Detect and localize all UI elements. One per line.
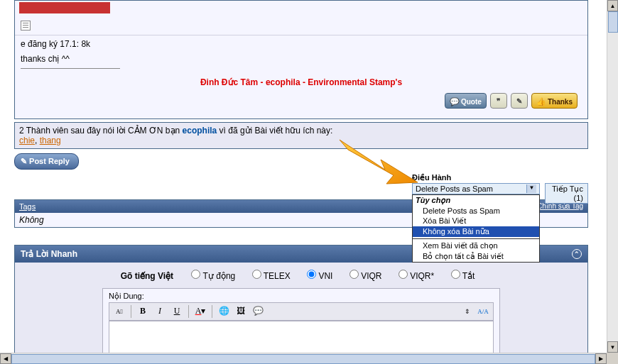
user-banner <box>19 2 110 13</box>
post-line-2: thanks chị ^^ <box>21 53 582 65</box>
document-icon <box>21 21 31 31</box>
signature-divider <box>21 68 120 69</box>
image-button[interactable]: 🖼 <box>234 304 248 319</box>
content-label: Nội Dung: <box>109 292 494 301</box>
ime-option[interactable]: VIQR <box>349 271 382 281</box>
dropdown-arrow-icon[interactable]: ▼ <box>526 184 536 193</box>
scroll-up-icon[interactable]: ▲ <box>607 0 618 11</box>
scroll-down-icon[interactable]: ▼ <box>607 341 618 353</box>
mod-option[interactable]: Bỏ chọn tất cả Bài viết <box>413 251 539 262</box>
mod-option[interactable]: Xóa Bài Viết <box>413 216 539 226</box>
thanks-bar: 2 Thành viên sau đây nói lời CẢM ƠN bạn … <box>14 122 588 149</box>
quick-reply-panel: Trả Lời Nhanh ⌃ Gõ tiếng Việt Tự động TE… <box>14 245 588 364</box>
thanker-link-1[interactable]: chie <box>19 136 35 145</box>
scroll-thumb[interactable] <box>608 11 618 33</box>
horizontal-scrollbar[interactable]: ◀ ▶ <box>0 353 607 364</box>
post-line-1: e đăng ký 17.1: 8k <box>21 38 582 50</box>
scroll-left-icon[interactable]: ◀ <box>0 353 11 364</box>
moderation-dropdown: Tùy chọn Delete Posts as Spam Xóa Bài Vi… <box>412 194 540 263</box>
scroll-right-icon[interactable]: ▶ <box>595 353 607 364</box>
moderation-select[interactable]: Delete Posts as Spam ▼ <box>412 183 540 194</box>
ime-row: Gõ tiếng Việt Tự động TELEX VNI VIQR VIQ… <box>23 270 579 281</box>
mod-option[interactable]: Delete Posts as Spam <box>413 206 539 216</box>
expand-icon[interactable]: ⇕ <box>460 304 475 319</box>
underline-button[interactable]: U <box>170 304 184 319</box>
mod-option[interactable]: Xem Bài viết đã chọn <box>413 241 539 251</box>
ime-option[interactable]: Tắt <box>451 271 475 281</box>
ime-option[interactable]: VNI <box>307 271 332 281</box>
scroll-thumb-h[interactable] <box>11 354 595 364</box>
font-icon[interactable]: Aͣ <box>112 304 126 319</box>
quickreply-button[interactable]: ✎ <box>511 93 528 109</box>
vertical-scrollbar[interactable]: ▲ ▼ <box>607 0 618 353</box>
signature-text: Đinh Đức Tâm - ecophila - Environmental … <box>21 77 582 87</box>
color-button[interactable]: A▾ <box>193 304 207 319</box>
moderation-label: Điều Hành <box>412 173 451 182</box>
thanked-user[interactable]: ecophila <box>183 126 217 136</box>
quote-insert-button[interactable]: 💬 <box>251 304 265 319</box>
ime-option[interactable]: Tự động <box>191 271 235 281</box>
resize-corner <box>607 353 618 364</box>
tags-title[interactable]: Tags <box>19 202 36 211</box>
ime-option[interactable]: TELEX <box>252 271 291 281</box>
mod-option-selected[interactable]: Không xóa Bài nữa <box>413 226 539 237</box>
quote-button[interactable]: Quote <box>445 93 487 109</box>
quick-reply-title: Trả Lời Nhanh <box>21 249 77 259</box>
continue-button[interactable]: Tiếp Tục (1) <box>545 183 588 204</box>
italic-button[interactable]: I <box>153 304 167 319</box>
link-button[interactable]: 🌐 <box>217 304 231 319</box>
post-reply-button[interactable]: Post Reply <box>14 153 79 170</box>
multiquote-button[interactable]: ❞ <box>490 93 507 109</box>
ime-option[interactable]: VIQR* <box>399 271 434 281</box>
collapse-icon[interactable]: ⌃ <box>572 249 582 259</box>
editor-toolbar: Aͣ B I U A▾ 🌐 🖼 💬 ⇕ <box>109 302 494 321</box>
bold-button[interactable]: B <box>136 304 150 319</box>
post-container: e đăng ký 17.1: 8k thanks chị ^^ Đinh Đứ… <box>14 0 588 119</box>
thanker-link-2[interactable]: thang <box>40 136 61 145</box>
thanks-button[interactable]: Thanks <box>531 93 578 109</box>
mode-switch-button[interactable]: A/A <box>476 304 490 319</box>
